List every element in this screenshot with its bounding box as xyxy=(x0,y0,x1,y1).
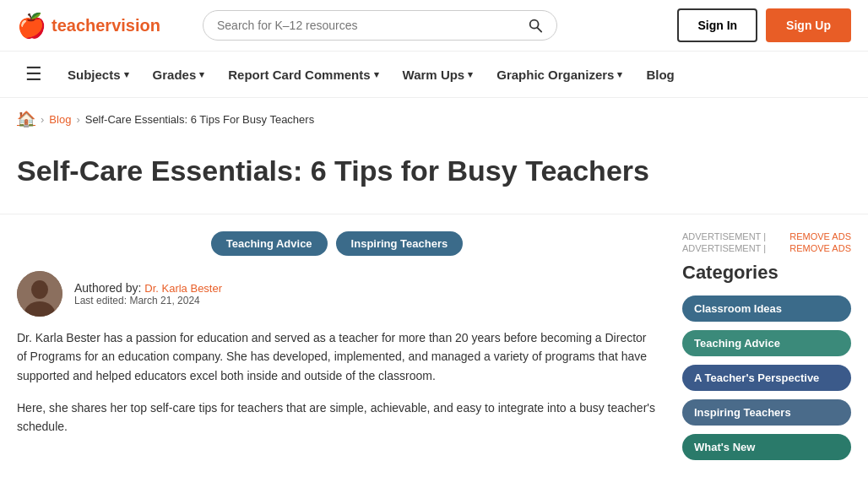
main-content: Teaching Advice Inspiring Teachers Autho… xyxy=(0,214,868,485)
remove-ads-link-2[interactable]: REMOVE ADS xyxy=(789,243,851,253)
tag-inspiring-teachers[interactable]: Inspiring Teachers xyxy=(336,231,464,256)
logo-teacher: teacher xyxy=(52,16,111,35)
advertisement-text-2: ADVERTISEMENT | xyxy=(682,243,766,253)
article-area: Teaching Advice Inspiring Teachers Autho… xyxy=(17,231,657,469)
auth-area: Sign In Sign Up xyxy=(677,8,851,42)
nav-item-grades[interactable]: Grades ▾ xyxy=(141,52,217,97)
logo-vision: vision xyxy=(111,16,160,35)
nav-item-warm-ups[interactable]: Warm Ups ▾ xyxy=(391,52,486,97)
nav-label-graphic-organizers: Graphic Organizers xyxy=(496,68,614,82)
remove-ads-link-1[interactable]: REMOVE ADS xyxy=(789,231,851,241)
nav-label-report-card: Report Card Comments xyxy=(228,68,370,82)
chevron-down-icon: ▾ xyxy=(199,69,204,80)
hamburger-menu[interactable]: ☰ xyxy=(17,52,51,97)
breadcrumb: 🏠 › Blog › Self-Care Essentials: 6 Tips … xyxy=(0,98,868,140)
ad-label-1: ADVERTISEMENT | REMOVE ADS xyxy=(682,231,851,241)
authored-by-text: Authored by: xyxy=(74,281,141,295)
sidebar: ADVERTISEMENT | REMOVE ADS ADVERTISEMENT… xyxy=(682,231,851,469)
category-tag-teaching-advice[interactable]: Teaching Advice xyxy=(682,330,851,356)
navigation: ☰ Subjects ▾ Grades ▾ Report Card Commen… xyxy=(0,52,868,98)
author-info: Authored by: Dr. Karla Bester Last edite… xyxy=(74,281,222,306)
tag-teaching-advice[interactable]: Teaching Advice xyxy=(211,231,328,256)
sign-up-button[interactable]: Sign Up xyxy=(766,8,851,42)
author-link[interactable]: Dr. Karla Bester xyxy=(144,282,222,295)
logo: 🍎 teachervision xyxy=(17,12,186,40)
article-intro: Here, she shares her top self-care tips … xyxy=(17,399,657,436)
category-tag-classroom-ideas[interactable]: Classroom Ideas xyxy=(682,296,851,322)
chevron-down-icon: ▾ xyxy=(617,69,622,80)
advertisement-text-1: ADVERTISEMENT | xyxy=(682,231,766,241)
header: 🍎 teachervision Sign In Sign Up xyxy=(0,0,868,52)
search-button[interactable] xyxy=(528,18,543,33)
chevron-down-icon: ▾ xyxy=(468,69,473,80)
categories-title: Categories xyxy=(682,262,851,284)
logo-icon: 🍎 xyxy=(17,12,46,40)
last-edited: Last edited: March 21, 2024 xyxy=(74,295,222,306)
nav-item-blog[interactable]: Blog xyxy=(634,52,686,97)
breadcrumb-home[interactable]: 🏠 xyxy=(17,110,35,128)
category-tag-whats-new[interactable]: What's New xyxy=(682,434,851,460)
authored-by-label: Authored by: Dr. Karla Bester xyxy=(74,281,222,295)
logo-text: teachervision xyxy=(52,16,160,35)
category-tag-teacher-perspective[interactable]: A Teacher's Perspective xyxy=(682,365,851,391)
nav-label-grades: Grades xyxy=(153,68,197,82)
nav-item-graphic-organizers[interactable]: Graphic Organizers ▾ xyxy=(485,52,634,97)
chevron-down-icon: ▾ xyxy=(124,69,129,80)
search-input[interactable] xyxy=(217,19,528,32)
avatar xyxy=(17,271,62,317)
author-bio: Dr. Karla Bester has a passion for educa… xyxy=(17,328,657,385)
chevron-down-icon: ▾ xyxy=(374,69,379,80)
breadcrumb-separator-1: › xyxy=(41,113,44,126)
ad-label-2: ADVERTISEMENT | REMOVE ADS xyxy=(682,243,851,253)
svg-point-3 xyxy=(31,280,48,299)
hero-section: Self-Care Essentials: 6 Tips for Busy Te… xyxy=(0,140,868,214)
nav-label-blog: Blog xyxy=(646,68,674,82)
author-row: Authored by: Dr. Karla Bester Last edite… xyxy=(17,271,657,317)
breadcrumb-separator-2: › xyxy=(76,113,79,126)
nav-label-warm-ups: Warm Ups xyxy=(403,68,465,82)
breadcrumb-blog-link[interactable]: Blog xyxy=(49,113,71,126)
svg-line-1 xyxy=(537,28,541,32)
nav-item-subjects[interactable]: Subjects ▾ xyxy=(56,52,141,97)
sign-in-button[interactable]: Sign In xyxy=(677,8,757,42)
category-tag-inspiring-teachers[interactable]: Inspiring Teachers xyxy=(682,399,851,426)
nav-label-subjects: Subjects xyxy=(68,68,121,82)
search-bar[interactable] xyxy=(203,10,557,41)
nav-item-report-card[interactable]: Report Card Comments ▾ xyxy=(216,52,390,97)
page-title: Self-Care Essentials: 6 Tips for Busy Te… xyxy=(17,154,851,188)
tags-row: Teaching Advice Inspiring Teachers xyxy=(17,231,657,256)
breadcrumb-current-page: Self-Care Essentials: 6 Tips For Busy Te… xyxy=(85,113,314,126)
